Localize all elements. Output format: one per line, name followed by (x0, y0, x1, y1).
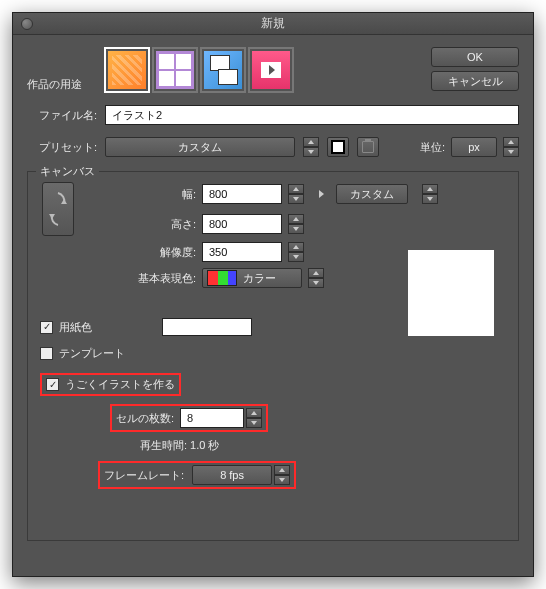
unit-spinner[interactable] (503, 137, 519, 157)
color-swatch-icon (207, 270, 237, 286)
resolution-spinner[interactable] (288, 242, 304, 262)
purpose-illustration[interactable] (104, 47, 150, 93)
template-checkbox[interactable] (40, 347, 53, 360)
purpose-animation[interactable] (248, 47, 294, 93)
color-mode-label: 基本表現色: (86, 271, 196, 286)
animate-label: うごくイラストを作る (65, 377, 175, 392)
animate-checkbox[interactable] (46, 378, 59, 391)
new-document-dialog: 新規 作品の用途 OK キャンセル ファイル名: プリセット: カスタム (12, 12, 534, 577)
color-mode-select[interactable]: カラー (202, 268, 302, 288)
preset-label: プリセット: (27, 140, 97, 155)
width-input[interactable] (202, 184, 282, 204)
ok-button[interactable]: OK (431, 47, 519, 67)
framerate-spinner[interactable] (274, 465, 290, 485)
svg-marker-1 (49, 214, 55, 219)
framerate-highlight: フレームレート: 8 fps (98, 461, 296, 489)
resolution-input[interactable] (202, 242, 282, 262)
color-mode-spinner[interactable] (308, 268, 324, 288)
framerate-select[interactable]: 8 fps (192, 465, 272, 485)
purpose-comic[interactable] (152, 47, 198, 93)
titlebar: 新規 (13, 13, 533, 35)
filename-label: ファイル名: (27, 108, 97, 123)
preset-save-icon[interactable] (327, 137, 349, 157)
paper-color-checkbox[interactable] (40, 321, 53, 334)
color-mode-value: カラー (243, 271, 276, 286)
framerate-value: 8 fps (220, 469, 244, 481)
frames-label: セルの枚数: (116, 411, 174, 426)
animate-highlight: うごくイラストを作る (40, 373, 181, 396)
purpose-label: 作品の用途 (27, 47, 82, 92)
frames-highlight: セルの枚数: (110, 404, 268, 432)
arrow-right-icon (312, 190, 330, 198)
purpose-print[interactable] (200, 47, 246, 93)
size-preset-select[interactable]: カスタム (336, 184, 408, 204)
size-preset-spinner[interactable] (422, 184, 438, 204)
height-spinner[interactable] (288, 214, 304, 234)
orientation-toggle[interactable] (42, 182, 74, 236)
template-label: テンプレート (59, 346, 125, 361)
preset-spinner[interactable] (303, 137, 319, 157)
height-input[interactable] (202, 214, 282, 234)
canvas-fieldset: キャンバス 幅: カスタム 高さ: 解像度: 基本表現色: (27, 171, 519, 541)
paper-color-swatch[interactable] (162, 318, 252, 336)
canvas-preview (408, 250, 494, 336)
preset-delete-icon[interactable] (357, 137, 379, 157)
unit-select[interactable]: px (451, 137, 497, 157)
playtime-label: 再生時間: 1.0 秒 (140, 438, 219, 453)
close-icon[interactable] (21, 18, 33, 30)
unit-value: px (468, 141, 480, 153)
purpose-thumbnails (104, 47, 294, 93)
dialog-title: 新規 (13, 15, 533, 32)
unit-label: 単位: (420, 140, 445, 155)
canvas-legend: キャンバス (36, 164, 99, 179)
filename-input[interactable] (105, 105, 519, 125)
frames-spinner[interactable] (246, 408, 262, 428)
frames-input[interactable] (180, 408, 244, 428)
width-label: 幅: (86, 187, 196, 202)
preset-value: カスタム (178, 140, 222, 155)
paper-color-label: 用紙色 (59, 320, 92, 335)
height-label: 高さ: (86, 217, 196, 232)
preset-select[interactable]: カスタム (105, 137, 295, 157)
svg-marker-0 (61, 199, 67, 204)
resolution-label: 解像度: (86, 245, 196, 260)
width-spinner[interactable] (288, 184, 304, 204)
cancel-button[interactable]: キャンセル (431, 71, 519, 91)
framerate-label: フレームレート: (104, 468, 184, 483)
